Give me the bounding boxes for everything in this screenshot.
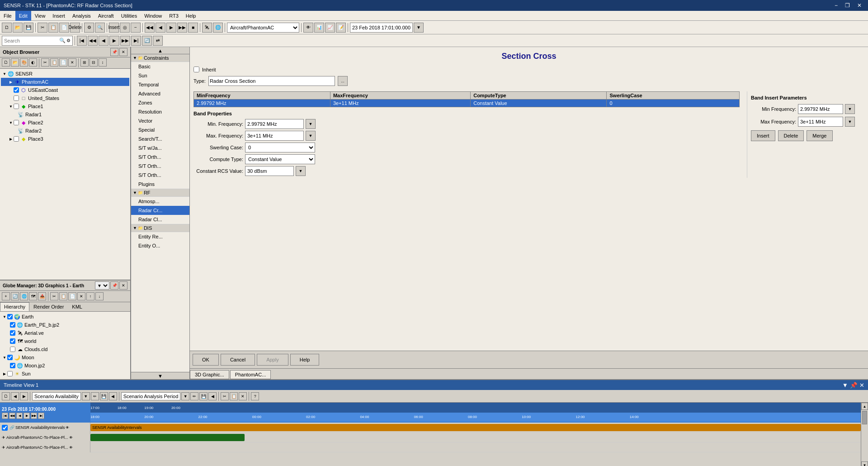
tl-nav-play[interactable]: ▶ [24, 413, 30, 419]
nav-item-radar-cr[interactable]: Radar Cr... [131, 206, 189, 215]
band-min-freq-unit-btn[interactable]: ▼ [306, 119, 316, 129]
scroll-up-btn[interactable]: ▲ [861, 403, 868, 410]
tl-save-avail-btn[interactable]: 💾 [100, 392, 108, 400]
refresh-globe-btn[interactable]: 🔄 [11, 292, 19, 300]
tree-item-sensr[interactable]: ▼ 🌐 SENSR [1, 70, 129, 78]
sort-btn[interactable]: ↕ [99, 58, 107, 67]
scroll-down-btn[interactable]: ▼ [861, 461, 868, 466]
search-settings-btn[interactable]: ⚙ [66, 38, 71, 43]
tl-nav-prev[interactable]: ◀◀ [9, 413, 15, 419]
tl-nav-first[interactable]: |◀ [2, 413, 8, 419]
menu-insert[interactable]: Insert [49, 11, 69, 21]
nav-item-special[interactable]: Special [131, 125, 189, 134]
nav-item-constraints[interactable]: ▼ 📁 Constraints [131, 54, 189, 62]
delete-tree-btn[interactable]: ✕ [68, 58, 76, 67]
globe-item-earth[interactable]: ▼ 🌍 Earth [1, 313, 129, 321]
help-btn[interactable]: Help [290, 354, 320, 366]
stop-btn[interactable]: ■ [188, 23, 198, 33]
checkbox-sun[interactable] [7, 371, 13, 376]
add-globe-btn[interactable]: + [2, 292, 10, 300]
view-btn[interactable]: 👁 [303, 23, 313, 33]
search-box[interactable]: 🔍 ⚙ [2, 36, 73, 46]
bottom-tab-3d[interactable]: 3D Graphic... [190, 370, 229, 379]
nav-item-radar-cl[interactable]: Radar Cl... [131, 215, 189, 224]
checkbox-moonjp2[interactable] [10, 363, 15, 368]
nav-item-entity-o[interactable]: Entity O... [131, 241, 189, 250]
nav-item-basic[interactable]: Basic [131, 62, 189, 71]
checkbox-world[interactable] [10, 338, 15, 344]
cancel-btn[interactable]: Cancel [221, 354, 255, 366]
paste-globe-btn[interactable]: 📄 [68, 292, 76, 300]
tl-step-back2-btn[interactable]: ◀ [109, 392, 117, 400]
nav-item-atmosp[interactable]: Atmosp... [131, 197, 189, 206]
nav-item-stw[interactable]: S/T w/Ja... [131, 143, 189, 152]
cut-tree-btn[interactable]: ✂ [41, 58, 49, 67]
scroll-track[interactable] [861, 410, 868, 461]
timeline-close-btn[interactable]: ✕ [859, 382, 864, 389]
checkbox-useastcoast[interactable] [14, 87, 19, 93]
band-max-freq-input[interactable] [245, 131, 304, 141]
insert-max-unit-btn[interactable]: ▼ [845, 117, 855, 127]
nav-scroll-up[interactable]: ▲ [131, 47, 189, 54]
globe-close-btn[interactable]: ✕ [119, 281, 127, 290]
tree-item-phantomac[interactable]: ▶ ✈ PhantomAC [1, 78, 129, 86]
nav-item-storth2[interactable]: S/T Orth... [131, 162, 189, 171]
nav-item-rf[interactable]: ▼ 📁 RF [131, 189, 189, 197]
tl-ac1-eye[interactable]: 👁 [69, 436, 73, 440]
delete-btn[interactable]: Delete [778, 130, 804, 141]
nav-item-storth1[interactable]: S/T Orth... [131, 152, 189, 162]
nav-item-plugins[interactable]: Plugins [131, 180, 189, 189]
globe-2d-btn[interactable]: 🗺 [29, 292, 37, 300]
properties-btn[interactable]: ⚙ [84, 23, 94, 33]
restore-button[interactable]: ❐ [842, 1, 853, 10]
insert-min-unit-btn[interactable]: ▼ [845, 104, 855, 114]
save-btn[interactable]: 💾 [24, 23, 33, 33]
tl-avail-dropdown[interactable]: ▼ [82, 392, 90, 400]
nav-prev-btn[interactable]: ◀◀ [88, 36, 98, 46]
coverage-btn[interactable]: 📊 [314, 23, 324, 33]
nav-play-btn[interactable]: ▶ [109, 36, 119, 46]
menu-rt3[interactable]: RT3 [165, 11, 182, 21]
nav-item-entity-re[interactable]: Entity Re... [131, 232, 189, 241]
band-swerling-select[interactable]: 0 1 2 3 4 [245, 143, 315, 152]
menu-window[interactable]: Window [141, 11, 165, 21]
search-input[interactable] [4, 38, 58, 43]
nav-back-btn[interactable]: ◀ [99, 36, 108, 46]
tab-kml[interactable]: KML [68, 302, 86, 311]
nav-fwd-btn[interactable]: ▶▶ [120, 36, 130, 46]
tree-item-unitedstates[interactable]: □ United_States [1, 94, 129, 102]
band-compute-select[interactable]: Constant Value From File [245, 154, 315, 164]
copy-btn[interactable]: 📋 [48, 23, 58, 33]
step-back-btn[interactable]: ◀ [156, 23, 165, 33]
checkbox-earthpe[interactable] [10, 322, 15, 328]
delete-btn[interactable]: Delete [70, 23, 80, 33]
globe-export-btn[interactable]: 📤 [38, 292, 46, 300]
down-globe-btn[interactable]: ↓ [95, 292, 104, 300]
tree-item-radar2[interactable]: 📡 Radar2 [1, 127, 129, 135]
table-row[interactable]: 2.99792 MHz 3e+11 MHz Constant Value 0 [194, 100, 740, 107]
band-max-freq-unit-btn[interactable]: ▼ [306, 131, 316, 141]
tl-cut-btn[interactable]: ✂ [221, 392, 229, 400]
band-const-rcs-input[interactable] [245, 166, 294, 176]
menu-view[interactable]: View [31, 11, 49, 21]
nav-item-resolution[interactable]: Resolution [131, 107, 189, 116]
play-back-btn[interactable]: ◀◀ [145, 23, 155, 33]
satellite-btn[interactable]: 🛰 [202, 23, 212, 33]
band-const-rcs-unit-btn[interactable]: ▼ [296, 166, 306, 176]
checkbox-tl-sensr[interactable] [2, 425, 8, 431]
insert-max-freq-input[interactable] [798, 117, 843, 127]
tl-nav-fwd[interactable]: ▶▶ [31, 413, 37, 419]
insert-min-freq-input[interactable] [798, 104, 843, 114]
tl-nav-last[interactable]: ▶| [38, 413, 44, 419]
tl-delete-btn[interactable]: ✕ [239, 392, 247, 400]
tl-sensr-eye[interactable]: 👁 [66, 426, 69, 430]
menu-help[interactable]: Help [182, 11, 200, 21]
cut-globe-btn[interactable]: ✂ [50, 292, 58, 300]
merge-btn[interactable]: Merge [807, 130, 832, 141]
browser-close-btn[interactable]: ✕ [119, 48, 127, 56]
nav-bounce-btn[interactable]: ⇄ [153, 36, 163, 46]
target-btn[interactable]: ◎ [120, 23, 130, 33]
globe-item-clouds[interactable]: ☁ Clouds.cld [1, 345, 129, 353]
checkbox-moon[interactable] [7, 355, 13, 360]
nav-item-storth3[interactable]: S/T Orth... [131, 171, 189, 180]
